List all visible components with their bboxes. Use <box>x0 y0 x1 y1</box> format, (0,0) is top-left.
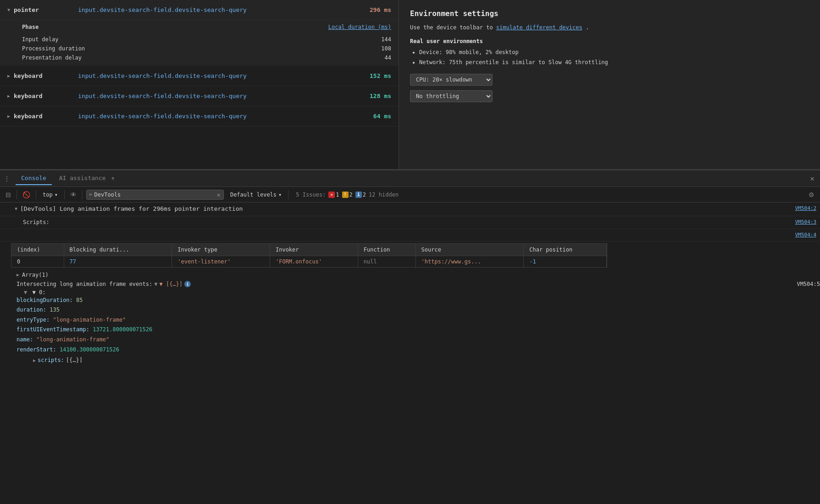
cpu-select-container: CPU: 20× slowdownNo throttling4× slowdow… <box>410 74 809 86</box>
devtools-expand-icon[interactable]: ▼ <box>15 205 17 213</box>
keyboard-2-expand-icon[interactable]: ▶ <box>7 93 10 99</box>
network-select-container: No throttlingSlow 4G throttlingFast 4G t… <box>410 90 809 102</box>
console-table-wrapper: (index) Blocking durati... Invoker type … <box>11 243 607 268</box>
scripts-expandable[interactable]: ▶ scripts: [{…}] <box>17 355 820 367</box>
intersect-source[interactable]: VM504:5 <box>797 281 820 287</box>
console-toolbar: ⊟ 🚫 top ▾ 👁 ⊳ ✕ Default levels ▾ 5 Issue… <box>0 187 820 203</box>
object-fields: blockingDuration: 85 duration: 135 entry… <box>0 296 820 367</box>
cpu-select[interactable]: CPU: 20× slowdownNo throttling4× slowdow… <box>410 74 493 86</box>
issues-section: 5 Issues: ✕ 1 ! 2 i 2 12 hidden <box>296 192 399 198</box>
keyboard-3-expand-icon[interactable]: ▶ <box>7 114 10 119</box>
intersect-expand-icon[interactable]: ▼ <box>154 281 157 287</box>
filter-input[interactable] <box>94 192 215 198</box>
clear-console-button[interactable]: 🚫 <box>21 190 32 199</box>
env-list-item-network: Network: 75th percentile is similar to S… <box>419 58 809 66</box>
levels-selector[interactable]: Default levels ▾ <box>227 191 284 199</box>
keyboard-2-duration: 128 ms <box>370 93 391 99</box>
keyboard-1-duration: 152 ms <box>370 72 391 79</box>
warn-badge[interactable]: ! 2 <box>342 192 353 198</box>
sidebar-toggle-button[interactable]: ⊟ <box>4 190 13 199</box>
scripts-key: scripts: <box>38 356 64 366</box>
phase-input-delay: Input delay 144 <box>22 35 391 44</box>
context-selector[interactable]: top ▾ <box>40 191 61 199</box>
keyboard-row-3[interactable]: ▶ keyboard input.devsite-search-field.de… <box>0 106 399 126</box>
pointer-row[interactable]: ▼ pointer input.devsite-search-field.dev… <box>0 0 399 20</box>
devtools-prefix: [DevTools] Long animation frames for 296… <box>20 205 243 212</box>
scripts-expand-icon: ▶ <box>33 356 36 365</box>
scripts-val: [{…}] <box>66 356 83 366</box>
field-key-ui: firstUIEventTimestamp: <box>17 326 89 333</box>
field-key-duration: duration: <box>17 307 46 313</box>
env-panel: Environment settings Use the device tool… <box>399 0 820 169</box>
pointer-duration: 296 ms <box>370 6 391 13</box>
network-select[interactable]: No throttlingSlow 4G throttlingFast 4G t… <box>410 90 493 102</box>
close-console-button[interactable]: ✕ <box>808 172 816 185</box>
keyboard-row-2[interactable]: ▶ keyboard input.devsite-search-field.de… <box>0 86 399 106</box>
eye-button[interactable]: 👁 <box>68 190 78 199</box>
pointer-expand-icon[interactable]: ▼ <box>7 7 10 12</box>
keyboard-row-1[interactable]: ▶ keyboard input.devsite-search-field.de… <box>0 66 399 86</box>
console-panel: ⋮ Console AI assistance ⚗ ✕ ⊟ 🚫 top ▾ 👁 … <box>0 170 820 367</box>
top-panel: ▼ pointer input.devsite-search-field.dev… <box>0 0 820 170</box>
env-real-label: Real user environments <box>410 38 809 44</box>
field-key-entry: entryType: <box>17 317 50 323</box>
field-key-name: name: <box>17 336 33 343</box>
tab-console[interactable]: Console <box>16 172 52 185</box>
info-count: 2 <box>363 192 366 198</box>
beaker-icon: ⚗ <box>111 175 114 181</box>
devtools-source-1[interactable]: VM504:2 <box>795 204 816 213</box>
console-menu-icon[interactable]: ⋮ <box>4 175 10 182</box>
env-list-item-device: Device: 98% mobile, 2% desktop <box>419 48 809 56</box>
console-tabs-bar: ⋮ Console AI assistance ⚗ ✕ <box>0 170 820 187</box>
devtools-msg-body: [DevTools] Long animation frames for 296… <box>20 204 795 214</box>
blank-source[interactable]: VM504:4 <box>795 231 816 239</box>
td-invoker-type: 'event-listener' <box>172 256 270 267</box>
filter-icon: ⊳ <box>89 192 93 197</box>
separator-5 <box>288 190 288 199</box>
th-index: (index) <box>11 244 64 256</box>
clear-icon: 🚫 <box>22 191 30 198</box>
phase-col-label: Phase <box>22 24 39 30</box>
info-badge[interactable]: i 2 <box>355 192 366 198</box>
field-val-duration: 135 <box>50 307 60 313</box>
zero-label-row[interactable]: ▼ ▼ 0: <box>0 289 820 296</box>
td-blocking: 77 <box>64 256 172 267</box>
array-expandable[interactable]: ▶ Array(1) <box>0 271 820 279</box>
eye-icon: 👁 <box>70 191 77 198</box>
console-settings-button[interactable]: ⚙ <box>807 190 816 199</box>
simulate-devices-link[interactable]: simulate different devices <box>496 24 582 31</box>
phase-presentation: Presentation delay 44 <box>22 53 391 62</box>
duration-col-label[interactable]: Local duration (ms) <box>328 24 391 30</box>
keyboard-3-duration: 64 ms <box>373 113 391 120</box>
zero-expand-icon: ▼ <box>24 289 27 296</box>
scripts-source[interactable]: VM504:3 <box>795 218 816 226</box>
field-entry-type: entryType: "long-animation-frame" <box>17 315 820 325</box>
error-badge[interactable]: ✕ 1 <box>328 192 339 198</box>
console-table: (index) Blocking durati... Invoker type … <box>11 244 607 267</box>
issues-label: 5 Issues: <box>296 192 326 198</box>
separator-4 <box>82 190 83 199</box>
levels-label: Default levels <box>230 192 277 198</box>
keyboard-1-selector: input.devsite-search-field.devsite-searc… <box>78 72 370 79</box>
keyboard-3-selector: input.devsite-search-field.devsite-searc… <box>78 113 373 120</box>
td-invoker: 'FORM.onfocus' <box>270 256 358 267</box>
filter-clear-icon[interactable]: ✕ <box>216 191 220 198</box>
tab-ai-assistance[interactable]: AI assistance ⚗ <box>54 172 120 185</box>
field-val-entry: "long-animation-frame" <box>53 317 126 323</box>
scripts-text: Scripts: <box>23 219 50 225</box>
settings-icon: ⚙ <box>809 191 814 198</box>
filter-box[interactable]: ⊳ ✕ <box>86 190 224 200</box>
intersect-array-bracket: ▼ [{…}] <box>159 281 183 287</box>
scripts-msg-body: Scripts: <box>23 218 795 227</box>
array-expand-icon: ▶ <box>17 272 19 277</box>
error-count: 1 <box>336 192 339 198</box>
td-function: null <box>358 256 416 267</box>
warn-badge-icon: ! <box>342 192 349 198</box>
keyboard-1-expand-icon[interactable]: ▶ <box>7 73 10 78</box>
th-invoker: Invoker <box>270 244 358 256</box>
devtools-main-message: ▼ [DevTools] Long animation frames for 2… <box>0 203 820 216</box>
array-label: Array(1) <box>22 272 49 278</box>
info-circle-icon: i <box>184 281 191 287</box>
field-val-name: "long-animation-frame" <box>36 336 109 343</box>
table-row[interactable]: 0 77 'event-listener' 'FORM.onfocus' nul… <box>11 256 607 267</box>
